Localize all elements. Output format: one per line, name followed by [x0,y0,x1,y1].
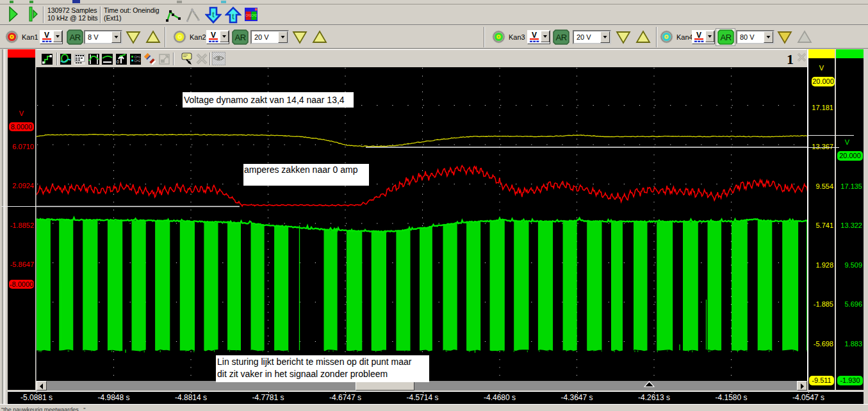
svg-text:V: V [532,31,537,40]
svg-text:AR: AR [555,33,566,42]
svg-text:AR: AR [720,33,731,42]
svg-text:AR: AR [234,33,245,42]
svg-text:AR: AR [69,33,80,42]
svg-text:V: V [44,31,49,40]
svg-text:0: 0 [117,60,119,64]
svg-text:CH2: CH2 [251,14,257,17]
svg-text:V: V [211,31,216,40]
svg-text:CH2: CH2 [135,59,141,63]
svg-text:V: V [696,31,701,40]
